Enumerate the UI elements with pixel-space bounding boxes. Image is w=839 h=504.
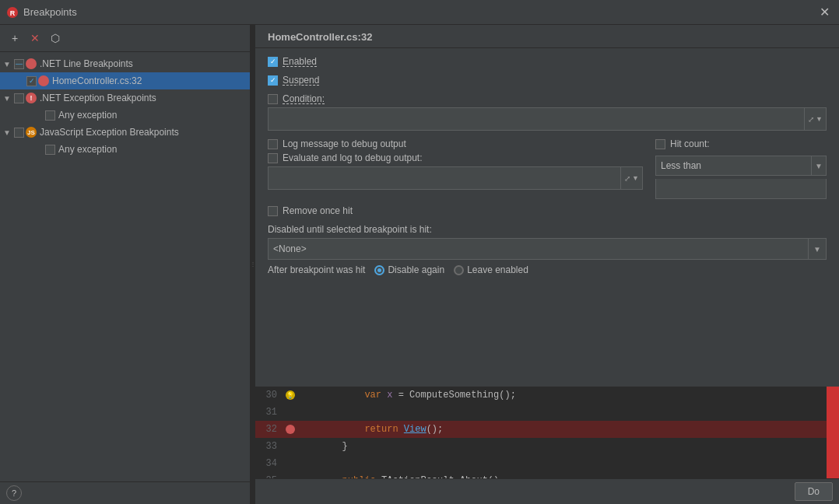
hit-count-label-row: Hit count:: [655, 138, 827, 149]
evaluate-textarea[interactable]: [268, 166, 621, 190]
hit-count-select-arrow[interactable]: ▼: [812, 156, 827, 176]
tree-item-net-exception[interactable]: ▼ ! .NET Exception Breakpoints: [0, 89, 250, 107]
check-net-exception[interactable]: [14, 93, 24, 103]
left-bottom: ?: [0, 481, 250, 504]
app-icon: R: [6, 6, 19, 19]
disabled-until-section: Disabled until selected breakpoint is hi…: [268, 224, 827, 260]
condition-expand-btn[interactable]: ⤢ ▼: [805, 107, 827, 131]
bulb-icon-30: 💡: [286, 390, 295, 400]
check-js-exception[interactable]: [14, 128, 24, 138]
condition-input-row: ⤢ ▼: [268, 107, 827, 131]
keyword-return: return: [364, 424, 398, 435]
code-preview: 30 💡 var x = ComputeSomething(); 31 32: [255, 387, 839, 478]
checkbox-net-exception[interactable]: [14, 93, 24, 103]
after-hit-row: After breakpoint was hit Disable again L…: [268, 264, 827, 275]
hit-count-checkbox[interactable]: [655, 139, 665, 149]
tree-item-net-line[interactable]: ▼ .NET Line Breakpoints: [0, 55, 250, 72]
hit-count-select[interactable]: Less than Equal to Greater than Multiple…: [655, 156, 812, 176]
line-num-30: 30: [255, 390, 283, 401]
evaluate-expand-btn[interactable]: ⤢ ▼: [621, 166, 643, 190]
check-net-any[interactable]: [45, 110, 55, 121]
radio-disable-again[interactable]: Disable again: [374, 264, 444, 275]
hit-count-value-input[interactable]: [655, 179, 827, 199]
log-expand-icon: ⤢: [624, 174, 630, 183]
expand-icon: ⤢: [808, 115, 814, 124]
enabled-checkbox[interactable]: [268, 57, 278, 67]
main-container: + ✕ ⬡ ▼ .NET Line Breakpoints Ho: [0, 25, 839, 504]
line-num-35: 35: [255, 475, 283, 478]
code-line-32: 32 return View();: [255, 421, 839, 438]
log-row: Log message to debug output: [268, 138, 643, 149]
code-view-link[interactable]: View: [404, 424, 427, 435]
enabled-row: Enabled: [268, 56, 827, 67]
right-bottom-bar: Do: [255, 478, 839, 504]
export-button[interactable]: ⬡: [47, 30, 64, 47]
right-content: Enabled Suspend Condition: ⤢ ▼: [255, 48, 839, 387]
line-icon-30: 💡: [283, 390, 297, 400]
check-js-any[interactable]: [45, 145, 55, 155]
radio-leave-circle[interactable]: [454, 265, 464, 275]
code-text-33: }: [297, 441, 348, 452]
log-col: Log message to debug output Evaluate and…: [268, 138, 643, 190]
suspend-checkbox[interactable]: [268, 75, 278, 86]
log-label: Log message to debug output: [283, 138, 406, 149]
label-net-any-exception: Any exception: [58, 110, 117, 121]
add-button[interactable]: +: [6, 30, 23, 47]
after-hit-prefix: After breakpoint was hit: [268, 264, 365, 275]
radio-disable-circle[interactable]: [374, 265, 384, 275]
enabled-label: Enabled: [283, 56, 317, 67]
condition-row-label: Condition:: [268, 93, 827, 104]
checkbox-js-any[interactable]: [45, 145, 55, 155]
keyword-var: var: [364, 390, 381, 401]
radio-disable-label: Disable again: [388, 264, 444, 275]
tree-item-js-exception[interactable]: ▼ JS JavaScript Exception Breakpoints: [0, 124, 250, 141]
code-line-34: 34: [255, 455, 839, 472]
none-select-wrap: <None> ▼: [268, 238, 827, 260]
checkbox-net-line[interactable]: [14, 59, 24, 69]
title-bar-left: R Breakpoints: [6, 6, 77, 19]
suspend-label: Suspend: [283, 75, 319, 86]
breakpoints-tree: ▼ .NET Line Breakpoints HomeController.c…: [0, 52, 250, 481]
js-icon: JS: [26, 127, 37, 138]
check-homecontroller[interactable]: [26, 76, 37, 86]
condition-label: Condition:: [283, 93, 325, 104]
tree-item-homecontroller[interactable]: HomeController.cs:32: [0, 72, 250, 89]
log-checkbox[interactable]: [268, 139, 278, 149]
tree-item-js-any-exception[interactable]: Any exception: [0, 141, 250, 158]
code-line-33: 33 }: [255, 438, 839, 455]
code-line-31: 31: [255, 404, 839, 421]
radio-leave-label: Leave enabled: [467, 264, 528, 275]
none-select-arrow[interactable]: ▼: [809, 238, 827, 260]
remove-once-checkbox[interactable]: [268, 206, 278, 216]
label-js-any-exception: Any exception: [58, 144, 117, 155]
help-button[interactable]: ?: [6, 485, 22, 501]
remove-once-label: Remove once hit: [283, 205, 353, 216]
label-js-exception: JavaScript Exception Breakpoints: [40, 127, 179, 138]
checkbox-net-any[interactable]: [45, 110, 55, 121]
breakpoint-title: HomeController.cs:32: [268, 31, 372, 43]
checkbox-js-exception[interactable]: [14, 128, 24, 138]
condition-checkbox[interactable]: [268, 94, 278, 104]
hit-count-select-wrap: Less than Equal to Greater than Multiple…: [655, 156, 827, 176]
line-num-33: 33: [255, 441, 283, 452]
radio-leave-enabled[interactable]: Leave enabled: [454, 264, 528, 275]
dropdown-arrow: ▼: [816, 115, 823, 123]
code-line-35: 35 public TActionResult About(): [255, 472, 839, 478]
tree-item-net-any-exception[interactable]: Any exception: [0, 107, 250, 124]
hit-count-label: Hit count:: [670, 138, 710, 149]
log-hitcount-row: Log message to debug output Evaluate and…: [268, 138, 827, 199]
label-net-exception: .NET Exception Breakpoints: [40, 93, 156, 103]
label-homecontroller: HomeController.cs:32: [52, 75, 142, 86]
close-button[interactable]: ✕: [816, 5, 833, 20]
condition-textarea[interactable]: [268, 107, 805, 131]
code-text-30: var x = ComputeSomething();: [297, 390, 516, 401]
done-button[interactable]: Do: [795, 482, 833, 501]
none-select[interactable]: <None>: [268, 238, 809, 260]
suspend-row: Suspend: [268, 75, 827, 86]
evaluate-row: Evaluate and log to debug output:: [268, 152, 643, 163]
remove-button[interactable]: ✕: [26, 30, 44, 47]
check-net-line[interactable]: [14, 59, 24, 69]
keyword-public: public: [342, 475, 376, 478]
checkbox-homecontroller[interactable]: [26, 76, 37, 86]
evaluate-checkbox[interactable]: [268, 153, 278, 163]
